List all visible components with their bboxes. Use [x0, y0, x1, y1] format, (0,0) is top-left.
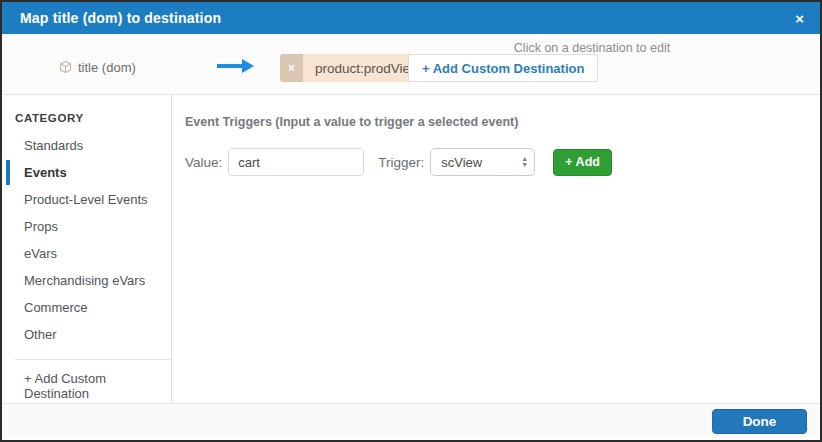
variable-cube-icon	[58, 60, 73, 75]
sidebar-divider	[15, 359, 171, 360]
map-destination-dialog: Map title (dom) to destination × Click o…	[0, 0, 822, 442]
sidebar-item-other[interactable]: Other	[2, 321, 171, 348]
trigger-select[interactable]: scView ▲▼	[430, 148, 535, 176]
sidebar-item-product-level-events[interactable]: Product-Level Events	[2, 186, 171, 213]
sidebar-item-evars[interactable]: eVars	[2, 240, 171, 267]
trigger-label: Trigger:	[378, 155, 424, 170]
dialog-title: Map title (dom) to destination	[20, 10, 221, 26]
destination-hint: Click on a destination to edit	[482, 41, 702, 55]
add-custom-destination-button[interactable]: + Add Custom Destination	[408, 54, 598, 82]
remove-destination-icon[interactable]: ×	[280, 54, 303, 82]
sidebar-add-custom-destination[interactable]: + Add Custom Destination	[2, 372, 171, 399]
dialog-titlebar: Map title (dom) to destination ×	[2, 2, 820, 34]
add-trigger-button[interactable]: + Add	[553, 149, 612, 176]
source-variable: title (dom)	[58, 60, 136, 75]
category-sidebar: CATEGORY Standards Events Product-Level …	[2, 95, 172, 403]
sidebar-item-merchandising-evars[interactable]: Merchandising eVars	[2, 267, 171, 294]
dialog-footer: Done	[2, 403, 820, 438]
category-heading: CATEGORY	[2, 106, 171, 132]
value-label: Value:	[185, 155, 222, 170]
sidebar-item-standards[interactable]: Standards	[2, 132, 171, 159]
dialog-body: CATEGORY Standards Events Product-Level …	[2, 95, 820, 403]
sidebar-item-props[interactable]: Props	[2, 213, 171, 240]
trigger-selected-option: scView	[441, 155, 482, 170]
done-button[interactable]: Done	[712, 409, 807, 434]
sidebar-item-commerce[interactable]: Commerce	[2, 294, 171, 321]
sidebar-item-events[interactable]: Events	[2, 159, 171, 186]
value-input[interactable]	[228, 148, 364, 176]
event-triggers-heading: Event Triggers (Input a value to trigger…	[185, 115, 820, 129]
select-stepper-icon: ▲▼	[521, 156, 528, 168]
map-arrow-icon	[216, 59, 254, 73]
close-icon[interactable]: ×	[795, 11, 804, 26]
destination-bar: Click on a destination to edit title (do…	[2, 34, 820, 95]
event-triggers-panel: Event Triggers (Input a value to trigger…	[172, 95, 820, 403]
source-variable-label: title (dom)	[78, 60, 136, 75]
event-trigger-form: Value: Trigger: scView ▲▼ + Add	[185, 148, 820, 176]
